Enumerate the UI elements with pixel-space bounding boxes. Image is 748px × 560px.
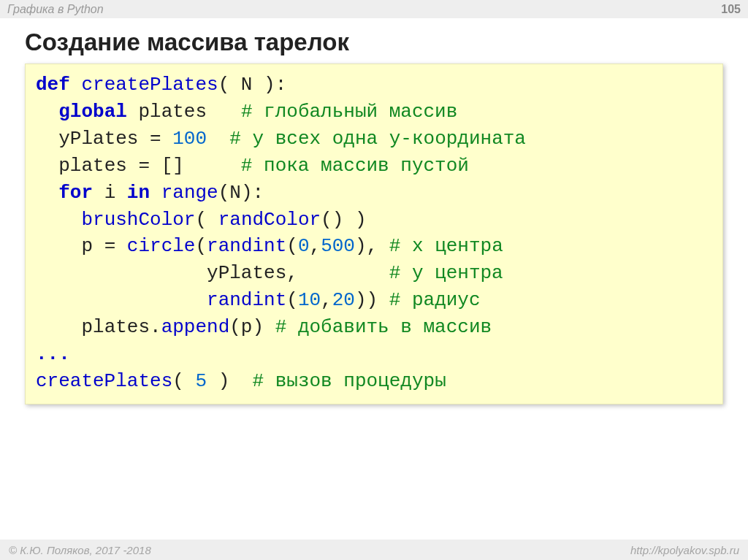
slide-title: Создание массива тарелок (0, 18, 748, 64)
fn-append: append (161, 316, 230, 338)
code-text (36, 289, 207, 311)
code-text (36, 262, 207, 284)
slide-footer: © К.Ю. Поляков, 2017 -2018 http://kpolya… (0, 540, 748, 560)
code-text (150, 182, 161, 204)
code-text: i (93, 182, 127, 204)
number: 10 (298, 289, 321, 311)
code-text: (p) (229, 316, 275, 338)
kw-for: for (58, 182, 93, 204)
comment: # вызов процедуры (252, 370, 446, 392)
fn-range: range (161, 182, 218, 204)
code-text: plates (127, 101, 241, 123)
content-area: def createPlates( N ): global plates # г… (0, 64, 748, 540)
code-text: ), (355, 235, 389, 257)
code-text: , (310, 235, 321, 257)
code-text: ) (207, 370, 252, 392)
page-number: 105 (721, 3, 741, 16)
comment: # пока массив пустой (241, 155, 469, 177)
comment: # радиус (389, 289, 481, 311)
comment: # добавить в массив (275, 316, 492, 338)
code-text: p = (81, 235, 126, 257)
number: 500 (321, 235, 355, 257)
slide-header: Графика в Python 105 (0, 0, 748, 18)
code-text: ( N ): (218, 74, 287, 96)
comment: # x центра (389, 235, 503, 257)
footer-url: http://kpolyakov.spb.ru (630, 544, 739, 556)
code-text: yPlates = (58, 128, 172, 150)
code-text: plates. (81, 316, 161, 338)
number: 20 (332, 289, 355, 311)
code-text: () ) (321, 209, 366, 231)
kw-global: global (58, 101, 127, 123)
copyright: © К.Ю. Поляков, 2017 -2018 (9, 544, 151, 556)
ellipsis: ... (36, 343, 70, 365)
code-text: ( (195, 235, 207, 257)
comment: # глобальный массив (241, 101, 457, 123)
code-text: plates = [] (58, 155, 241, 177)
fn-brushColor: brushColor (81, 209, 195, 231)
code-text: ( (195, 209, 218, 231)
comment: # у всех одна y-координата (229, 128, 526, 150)
code-text (36, 128, 58, 150)
code-text: )) (355, 289, 389, 311)
code-text: ( (286, 289, 298, 311)
fn-randint: randint (207, 289, 286, 311)
code-text (36, 209, 81, 231)
slide: Графика в Python 105 Создание массива та… (0, 0, 748, 560)
code-text: yPlates, (207, 262, 389, 284)
fn-createPlates-call: createPlates (36, 370, 172, 392)
code-text (36, 155, 58, 177)
comment: # y центра (389, 262, 503, 284)
code-text: ( (172, 370, 195, 392)
code-text (36, 316, 81, 338)
fn-createPlates: createPlates (81, 74, 218, 96)
code-text: , (321, 289, 332, 311)
code-block: def createPlates( N ): global plates # г… (25, 64, 723, 404)
code-text: (N): (218, 182, 264, 204)
code-text: ( (286, 235, 298, 257)
number: 5 (195, 370, 207, 392)
header-topic: Графика в Python (7, 3, 104, 16)
kw-def: def (36, 74, 70, 96)
code-text (207, 128, 229, 150)
number: 100 (172, 128, 207, 150)
fn-circle: circle (127, 235, 196, 257)
fn-randColor: randColor (218, 209, 321, 231)
code-text (36, 235, 81, 257)
kw-in: in (127, 182, 150, 204)
number: 0 (298, 235, 310, 257)
fn-randint: randint (207, 235, 286, 257)
